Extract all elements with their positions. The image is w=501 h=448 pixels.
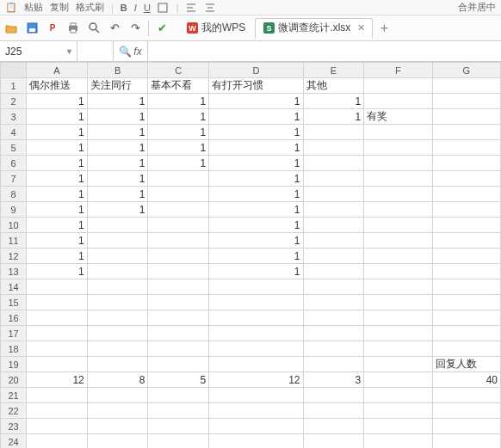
cell[interactable]: 回复人数 [432, 357, 500, 372]
cell[interactable]: 1 [87, 94, 148, 109]
row-header[interactable]: 2 [1, 94, 27, 109]
cell[interactable]: 1 [87, 109, 148, 125]
column-header[interactable]: A [27, 63, 88, 78]
cell[interactable]: 40 [432, 372, 500, 388]
merge-center-label[interactable]: 合并居中 [458, 1, 496, 14]
cell[interactable] [209, 279, 303, 295]
export-pdf-icon[interactable]: P [45, 21, 60, 36]
cell[interactable] [303, 434, 364, 449]
cell[interactable] [432, 295, 500, 310]
cell[interactable] [364, 249, 432, 264]
cell[interactable] [303, 341, 364, 357]
cell[interactable] [148, 403, 209, 419]
cell[interactable]: 1 [27, 249, 88, 264]
name-box[interactable]: J25 ▼ [0, 41, 77, 61]
cell[interactable] [364, 403, 432, 419]
checkmark-icon[interactable]: ✔ [154, 21, 170, 36]
cell[interactable] [27, 310, 88, 326]
cell[interactable] [364, 171, 432, 187]
cell[interactable]: 1 [87, 202, 148, 218]
cell[interactable]: 1 [87, 156, 148, 171]
italic-button[interactable]: I [134, 3, 137, 13]
cell[interactable] [364, 187, 432, 202]
cell[interactable] [148, 388, 209, 403]
cell[interactable] [87, 295, 148, 310]
cell[interactable] [27, 295, 88, 310]
cell[interactable]: 有打开习惯 [209, 78, 303, 94]
cell[interactable] [303, 326, 364, 341]
cell[interactable] [209, 341, 303, 357]
redo-icon[interactable]: ↷ [127, 21, 143, 36]
cell[interactable] [148, 187, 209, 202]
cell[interactable]: 1 [209, 218, 303, 233]
cell[interactable]: 12 [209, 372, 303, 388]
cell[interactable] [303, 264, 364, 279]
cell[interactable]: 关注同行 [87, 78, 148, 94]
cell[interactable] [209, 310, 303, 326]
cell[interactable] [148, 419, 209, 434]
cell[interactable] [432, 218, 500, 233]
row-header[interactable]: 14 [1, 279, 27, 295]
cell[interactable]: 1 [148, 109, 209, 125]
cell[interactable] [209, 403, 303, 419]
cell[interactable]: 5 [148, 372, 209, 388]
cell[interactable] [148, 310, 209, 326]
cell[interactable]: 1 [209, 233, 303, 249]
cell[interactable]: 1 [209, 202, 303, 218]
cell[interactable]: 1 [87, 125, 148, 140]
cell[interactable] [87, 249, 148, 264]
cell[interactable] [432, 125, 500, 140]
cell[interactable] [87, 341, 148, 357]
row-header[interactable]: 1 [1, 78, 27, 94]
cell[interactable]: 1 [209, 264, 303, 279]
cell[interactable] [27, 279, 88, 295]
cell[interactable] [148, 264, 209, 279]
cell[interactable] [364, 357, 432, 372]
cell[interactable] [303, 233, 364, 249]
cell[interactable] [432, 187, 500, 202]
cell[interactable]: 1 [209, 109, 303, 125]
cell[interactable] [87, 388, 148, 403]
row-header[interactable]: 9 [1, 202, 27, 218]
cell[interactable]: 1 [209, 125, 303, 140]
underline-button[interactable]: U [144, 3, 151, 13]
row-header[interactable]: 10 [1, 218, 27, 233]
cell[interactable] [432, 403, 500, 419]
row-header[interactable]: 15 [1, 295, 27, 310]
align-center-icon[interactable] [205, 3, 217, 12]
cell[interactable] [432, 326, 500, 341]
spreadsheet-grid[interactable]: ABCDEFG 1偶尔推送关注同行基本不看有打开习惯其他211111311111… [0, 62, 501, 448]
cell[interactable] [364, 419, 432, 434]
save-icon[interactable] [24, 21, 40, 36]
cell[interactable] [432, 264, 500, 279]
column-header[interactable]: G [432, 63, 500, 78]
cell[interactable] [432, 78, 500, 94]
cell[interactable] [432, 341, 500, 357]
tab-spreadsheet[interactable]: S 微调查统计.xlsx ✕ [255, 18, 373, 39]
column-header[interactable]: D [209, 63, 303, 78]
cell[interactable] [303, 279, 364, 295]
border-icon[interactable] [158, 3, 170, 13]
cell[interactable] [303, 125, 364, 140]
cell[interactable] [209, 357, 303, 372]
row-header[interactable]: 23 [1, 419, 27, 434]
cell[interactable] [87, 264, 148, 279]
cell[interactable] [27, 341, 88, 357]
cell[interactable] [27, 357, 88, 372]
paste-icon[interactable]: 📋 [5, 2, 17, 13]
cell[interactable] [432, 94, 500, 109]
cell[interactable] [364, 94, 432, 109]
cell[interactable] [364, 310, 432, 326]
align-left-icon[interactable] [186, 3, 198, 12]
cell[interactable]: 基本不看 [148, 78, 209, 94]
cell[interactable] [432, 202, 500, 218]
cell[interactable]: 偶尔推送 [27, 78, 88, 94]
cell[interactable] [364, 326, 432, 341]
cell[interactable]: 1 [209, 187, 303, 202]
cell[interactable]: 1 [27, 109, 88, 125]
cell[interactable]: 1 [148, 140, 209, 156]
row-header[interactable]: 8 [1, 187, 27, 202]
cell[interactable]: 1 [209, 94, 303, 109]
cell[interactable]: 1 [27, 233, 88, 249]
cell[interactable] [432, 310, 500, 326]
